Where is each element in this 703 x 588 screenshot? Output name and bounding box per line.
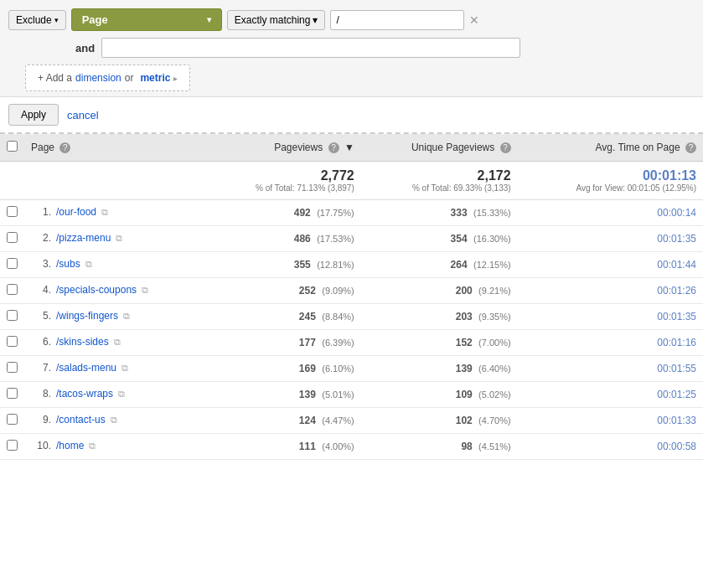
unique-pageviews-column-header: Unique Pageviews ? — [361, 134, 518, 162]
row-checkbox[interactable] — [7, 336, 18, 347]
select-all-checkbox[interactable] — [7, 141, 18, 152]
row-unique-value: 354 — [451, 233, 468, 245]
action-bar: Apply cancel — [0, 97, 703, 134]
row-checkbox[interactable] — [7, 414, 18, 425]
table-row: 6. /skins-sides ⧉ 177 (6.39%) 152 (7.00%… — [0, 330, 703, 356]
row-checkbox-cell[interactable] — [0, 304, 24, 330]
filter-section: Exclude ▾ Page ▾ Exactly matching ▾ ✕ an… — [0, 0, 703, 97]
page-icon[interactable]: ⧉ — [89, 441, 96, 451]
page-dropdown[interactable]: Page ▾ — [71, 8, 222, 31]
row-avgtime: 00:01:25 — [518, 382, 703, 408]
row-checkbox-cell[interactable] — [0, 408, 24, 434]
row-rank: 9. — [31, 414, 51, 426]
page-help-icon[interactable]: ? — [59, 142, 70, 153]
row-checkbox[interactable] — [7, 284, 18, 295]
and-filter-input[interactable] — [101, 38, 520, 58]
row-pageviews: 355 (12.81%) — [205, 252, 360, 278]
row-page-link[interactable]: /subs — [56, 258, 80, 270]
row-pageviews-value: 245 — [299, 311, 316, 322]
add-arrow-icon: ▸ — [173, 74, 178, 83]
row-pageviews: 124 (4.47%) — [205, 408, 360, 434]
row-checkbox[interactable] — [7, 232, 18, 243]
row-pageviews: 486 (17.53%) — [205, 226, 360, 252]
page-icon[interactable]: ⧉ — [111, 415, 117, 426]
exclude-label: Exclude — [16, 14, 52, 26]
row-checkbox-cell[interactable] — [0, 252, 24, 278]
table-row: 5. /wings-fingers ⧉ 245 (8.84%) 203 (9.3… — [0, 304, 703, 330]
page-icon[interactable]: ⧉ — [121, 363, 128, 374]
exclude-button[interactable]: Exclude ▾ — [8, 10, 66, 30]
add-dimension-box[interactable]: + Add a dimension or metric ▸ — [25, 64, 190, 91]
apply-button[interactable]: Apply — [8, 104, 59, 126]
row-pageviews-value: 486 — [294, 233, 311, 245]
row-avgtime-value: 00:01:33 — [657, 415, 696, 426]
page-dropdown-label: Page — [82, 13, 108, 26]
pageviews-help-icon[interactable]: ? — [328, 142, 339, 153]
row-unique: 333 (15.33%) — [361, 200, 518, 226]
unique-help-icon[interactable]: ? — [500, 142, 511, 153]
row-checkbox[interactable] — [7, 362, 18, 373]
total-avgtime-sub: Avg for View: 00:01:05 (12.95%) — [525, 183, 696, 193]
row-page-link[interactable]: /tacos-wraps — [56, 388, 113, 400]
and-label: and — [75, 42, 95, 54]
row-checkbox-cell[interactable] — [0, 226, 24, 252]
row-rank: 7. — [31, 362, 51, 374]
page-icon[interactable]: ⧉ — [142, 285, 148, 296]
row-pageviews: 252 (9.09%) — [205, 278, 360, 304]
row-page-link[interactable]: /skins-sides — [56, 336, 109, 348]
page-icon[interactable]: ⧉ — [123, 311, 130, 322]
exactly-matching-button[interactable]: Exactly matching ▾ — [227, 10, 326, 30]
page-icon[interactable]: ⧉ — [114, 337, 121, 348]
totals-avgtime: 00:01:13 Avg for View: 00:01:05 (12.95%) — [518, 162, 703, 200]
unique-header-label: Unique Pageviews — [411, 142, 494, 153]
row-page-link[interactable]: /salads-menu — [56, 362, 116, 374]
cancel-link[interactable]: cancel — [67, 109, 99, 121]
row-checkbox[interactable] — [7, 310, 18, 321]
row-checkbox-cell[interactable] — [0, 382, 24, 408]
row-pageviews-pct: (17.75%) — [317, 208, 354, 218]
clear-filter-button[interactable]: ✕ — [469, 13, 479, 27]
dimension-link[interactable]: dimension — [75, 72, 121, 84]
row-rank: 3. — [31, 258, 51, 270]
row-pageviews-value: 492 — [294, 207, 311, 219]
row-pageviews-pct: (6.10%) — [322, 364, 354, 374]
row-avgtime-value: 00:00:14 — [657, 207, 696, 219]
select-all-header — [0, 134, 24, 162]
row-checkbox[interactable] — [7, 440, 18, 451]
row-checkbox[interactable] — [7, 388, 18, 399]
row-unique-value: 264 — [451, 259, 468, 271]
add-text: + Add a — [38, 72, 72, 84]
table-row: 9. /contact-us ⧉ 124 (4.47%) 102 (4.70%)… — [0, 408, 703, 434]
total-pageviews-value: 2,772 — [212, 168, 354, 183]
page-icon[interactable]: ⧉ — [116, 233, 122, 244]
row-avgtime: 00:01:33 — [518, 408, 703, 434]
metric-link[interactable]: metric — [140, 72, 170, 84]
row-pageviews-pct: (12.81%) — [317, 260, 354, 270]
row-page-link[interactable]: /our-food — [56, 206, 96, 218]
row-rank-page: 3. /subs ⧉ — [24, 252, 205, 276]
row-pageviews-pct: (9.09%) — [322, 286, 354, 296]
row-checkbox-cell[interactable] — [0, 434, 24, 460]
row-avgtime-value: 00:01:16 — [657, 337, 696, 348]
row-checkbox-cell[interactable] — [0, 278, 24, 304]
row-page-link[interactable]: /contact-us — [56, 414, 106, 426]
row-pageviews-pct: (5.01%) — [322, 389, 354, 400]
row-checkbox[interactable] — [7, 258, 18, 269]
row-checkbox[interactable] — [7, 206, 18, 217]
row-page-link[interactable]: /wings-fingers — [56, 310, 118, 322]
page-icon[interactable]: ⧉ — [101, 207, 108, 218]
row-checkbox-cell[interactable] — [0, 356, 24, 382]
filter-value-input[interactable] — [330, 10, 464, 30]
row-page-link[interactable]: /specials-coupons — [56, 284, 137, 296]
avgtime-help-icon[interactable]: ? — [685, 142, 696, 153]
row-pageviews: 245 (8.84%) — [205, 304, 360, 330]
page-icon[interactable]: ⧉ — [118, 389, 125, 400]
row-checkbox-cell[interactable] — [0, 200, 24, 226]
row-rank-page: 5. /wings-fingers ⧉ — [24, 304, 205, 328]
page-icon[interactable]: ⧉ — [85, 259, 92, 270]
row-page-link[interactable]: /home — [56, 440, 84, 451]
row-pageviews-value: 177 — [299, 337, 316, 348]
row-pageviews: 111 (4.00%) — [205, 434, 360, 460]
row-page-link[interactable]: /pizza-menu — [56, 232, 111, 244]
row-checkbox-cell[interactable] — [0, 330, 24, 356]
